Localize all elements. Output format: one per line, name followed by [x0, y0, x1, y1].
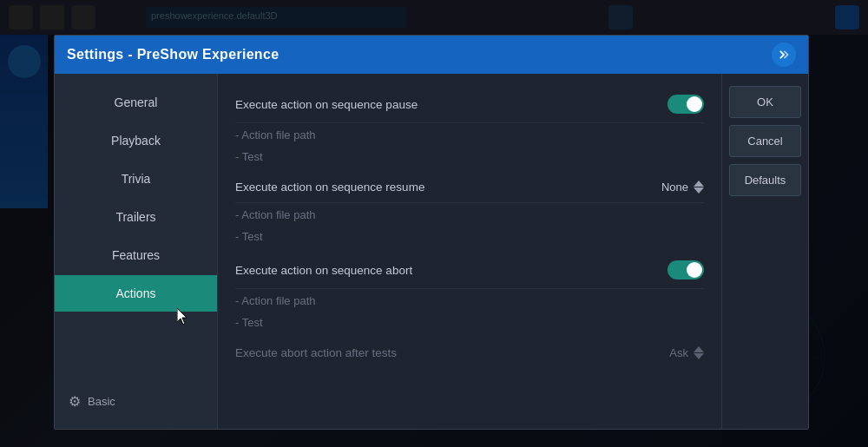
setting-test-1: - Test: [235, 145, 704, 167]
cancel-button[interactable]: Cancel: [729, 125, 801, 157]
setting-execute-abort-after-tests-label: Execute abort action after tests: [235, 346, 669, 359]
arrow-up-icon[interactable]: [694, 181, 704, 187]
execute-on-abort-toggle[interactable]: [667, 260, 704, 279]
ok-button[interactable]: OK: [729, 86, 801, 118]
execute-abort-after-tests-value: Ask: [669, 346, 688, 359]
execute-on-resume-arrows[interactable]: [694, 181, 704, 194]
arrow-down-icon-2[interactable]: [694, 353, 704, 359]
execute-on-resume-dropdown[interactable]: None: [661, 181, 704, 194]
setting-action-path-1: - Action file path: [235, 123, 704, 145]
sidebar-item-trailers[interactable]: Trailers: [55, 199, 217, 235]
setting-execute-abort-after-tests: Execute abort action after tests Ask: [235, 338, 704, 368]
main-content: Execute action on sequence pause - Actio…: [218, 74, 721, 429]
setting-execute-on-pause-label: Execute action on sequence pause: [235, 98, 667, 111]
sidebar-item-trivia[interactable]: Trivia: [55, 161, 217, 197]
setting-execute-on-pause: Execute action on sequence pause: [235, 86, 704, 123]
gear-icon: ⚙: [69, 393, 81, 410]
defaults-button[interactable]: Defaults: [729, 164, 801, 196]
sidebar-item-actions[interactable]: Actions: [55, 275, 217, 312]
dialog-titlebar: Settings - PreShow Experience: [55, 36, 808, 74]
setting-execute-on-resume: Execute action on sequence resume None: [235, 172, 704, 203]
sidebar-basic-item[interactable]: ⚙ Basic: [55, 385, 217, 418]
setting-execute-on-abort: Execute action on sequence abort: [235, 252, 704, 289]
execute-on-pause-toggle[interactable]: [667, 95, 704, 114]
setting-execute-on-abort-label: Execute action on sequence abort: [235, 264, 667, 277]
sidebar: General Playback Trivia Trailers Feature…: [55, 74, 218, 429]
sidebar-basic-label: Basic: [88, 395, 115, 408]
execute-abort-after-tests-dropdown[interactable]: Ask: [669, 346, 704, 359]
setting-action-path-2: - Action file path: [235, 203, 704, 225]
sidebar-item-playback[interactable]: Playback: [55, 122, 217, 159]
arrow-up-icon-2[interactable]: [694, 346, 704, 352]
dialog-title: Settings - PreShow Experience: [67, 47, 279, 62]
sidebar-item-general[interactable]: General: [55, 84, 217, 121]
settings-dialog: Settings - PreShow Experience General Pl…: [54, 35, 809, 430]
setting-test-2: - Test: [235, 225, 704, 247]
setting-execute-on-resume-label: Execute action on sequence resume: [235, 181, 661, 194]
setting-test-3: - Test: [235, 311, 704, 332]
execute-abort-after-tests-arrows[interactable]: [694, 346, 704, 359]
execute-on-resume-value: None: [661, 181, 688, 194]
dialog-body: General Playback Trivia Trailers Feature…: [55, 74, 808, 429]
setting-action-path-3: - Action file path: [235, 289, 704, 311]
arrow-down-icon[interactable]: [694, 187, 704, 194]
sidebar-item-features[interactable]: Features: [55, 237, 217, 273]
kodi-logo-icon: [772, 43, 796, 67]
right-buttons-panel: OK Cancel Defaults: [721, 74, 808, 429]
